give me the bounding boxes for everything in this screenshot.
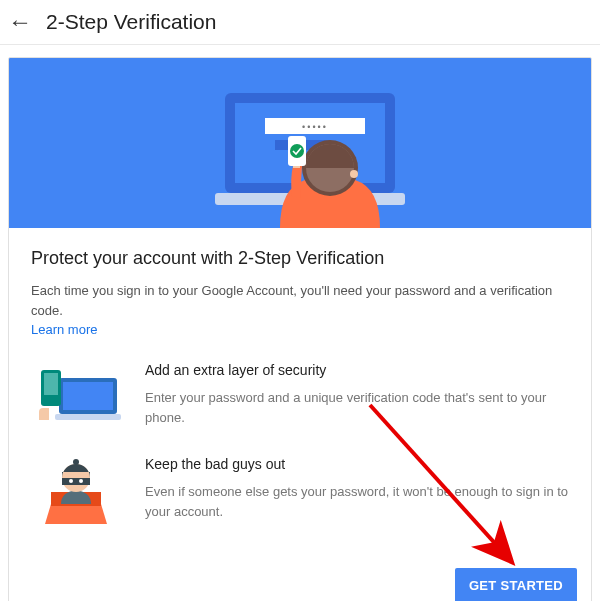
svg-rect-16 [44,373,58,395]
get-started-button[interactable]: GET STARTED [455,568,577,601]
svg-point-22 [79,479,83,483]
card-footer: GET STARTED [9,562,591,601]
section-title: Protect your account with 2-Step Verific… [31,248,569,269]
svg-point-21 [69,479,73,483]
learn-more-link[interactable]: Learn more [31,322,97,337]
feature-item: Add an extra layer of security Enter you… [31,362,569,432]
page-title: 2-Step Verification [46,10,216,34]
main-card: ••••• Protect your account with 2-Step V… [8,57,592,601]
feature-description: Even if someone else gets your password,… [145,482,569,521]
svg-rect-14 [55,414,121,420]
hero-illustration: ••••• [9,58,591,228]
svg-rect-13 [63,382,113,410]
feature-heading: Keep the bad guys out [145,456,569,472]
svg-point-19 [73,459,79,465]
page-header: ← 2-Step Verification [0,0,600,45]
feature-heading: Add an extra layer of security [145,362,569,378]
back-arrow-icon[interactable]: ← [8,10,32,34]
svg-text:•••••: ••••• [302,122,328,132]
feature-description: Enter your password and a unique verific… [145,388,569,427]
bad-guys-icon [31,456,121,526]
section-description: Each time you sign in to your Google Acc… [31,281,569,320]
card-content: Protect your account with 2-Step Verific… [9,228,591,562]
features-list: Add an extra layer of security Enter you… [31,362,569,526]
security-layer-icon [31,362,121,432]
svg-rect-20 [62,478,90,485]
svg-point-9 [350,170,358,178]
feature-item: Keep the bad guys out Even if someone el… [31,456,569,526]
svg-point-11 [290,144,304,158]
